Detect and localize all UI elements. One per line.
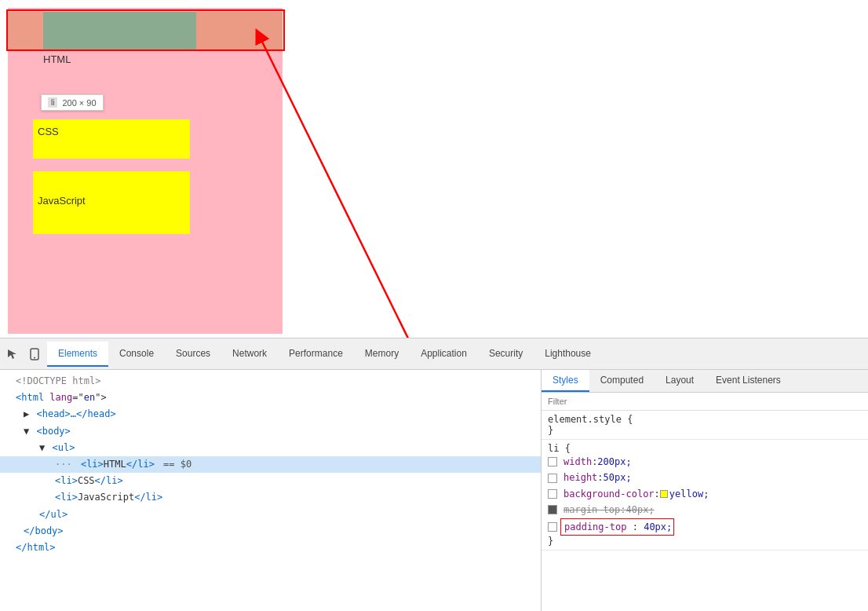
- css-label: CSS: [38, 126, 59, 137]
- right-salmon: [196, 12, 283, 51]
- preview-area: HTML li 200 × 90 CSS JavaScript: [0, 0, 868, 338]
- element-tooltip: li 200 × 90: [41, 94, 104, 111]
- left-salmon: [8, 12, 43, 51]
- js-label: JavaScript: [38, 195, 86, 207]
- green-box: [43, 12, 196, 51]
- tooltip-size: 200 × 90: [62, 98, 96, 108]
- svg-line-1: [259, 35, 518, 338]
- tooltip-tag: li: [48, 97, 57, 108]
- html-label: HTML: [43, 53, 71, 65]
